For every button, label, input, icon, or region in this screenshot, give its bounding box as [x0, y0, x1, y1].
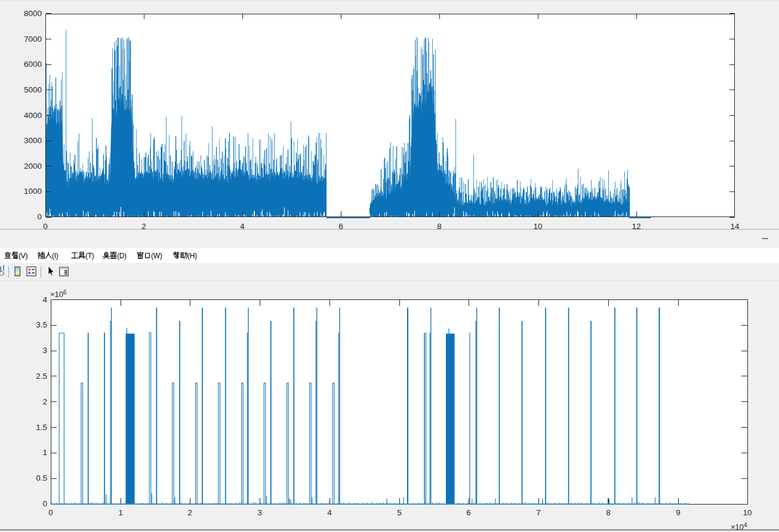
svg-text:6: 6 — [338, 222, 343, 230]
svg-text:0.5: 0.5 — [36, 474, 47, 482]
svg-text:2: 2 — [42, 397, 47, 406]
svg-text:10: 10 — [533, 222, 542, 230]
svg-text:1: 1 — [42, 448, 47, 457]
svg-text:3.5: 3.5 — [36, 320, 47, 329]
svg-text:3: 3 — [257, 508, 262, 517]
svg-text:9: 9 — [676, 508, 681, 517]
svg-text:7: 7 — [536, 508, 541, 517]
svg-text:8: 8 — [437, 222, 442, 230]
svg-text:0: 0 — [48, 508, 53, 517]
svg-text:1000: 1000 — [24, 187, 42, 196]
svg-text:8: 8 — [606, 508, 611, 517]
svg-text:4000: 4000 — [24, 111, 42, 120]
svg-text:2: 2 — [187, 508, 192, 517]
svg-text:6000: 6000 — [24, 60, 42, 69]
svg-text:3000: 3000 — [24, 136, 42, 145]
svg-text:6: 6 — [466, 508, 471, 517]
svg-text:0: 0 — [43, 222, 48, 230]
svg-text:2: 2 — [141, 222, 146, 230]
svg-text:12: 12 — [632, 222, 641, 230]
svg-text:7000: 7000 — [24, 35, 42, 44]
svg-text:0: 0 — [37, 212, 42, 221]
svg-text:8000: 8000 — [24, 9, 42, 18]
svg-text:4: 4 — [240, 222, 245, 230]
svg-text:5000: 5000 — [24, 85, 42, 94]
svg-text:14: 14 — [730, 222, 740, 230]
svg-text:4: 4 — [42, 295, 47, 304]
svg-text:1.5: 1.5 — [36, 423, 47, 432]
svg-text:5: 5 — [397, 508, 402, 517]
svg-text:10: 10 — [743, 508, 752, 517]
svg-text:2000: 2000 — [24, 162, 42, 171]
svg-text:1: 1 — [118, 508, 123, 517]
svg-text:2.5: 2.5 — [36, 372, 47, 381]
svg-text:4: 4 — [327, 508, 332, 517]
svg-text:0: 0 — [42, 499, 47, 508]
svg-text:3: 3 — [42, 346, 47, 355]
